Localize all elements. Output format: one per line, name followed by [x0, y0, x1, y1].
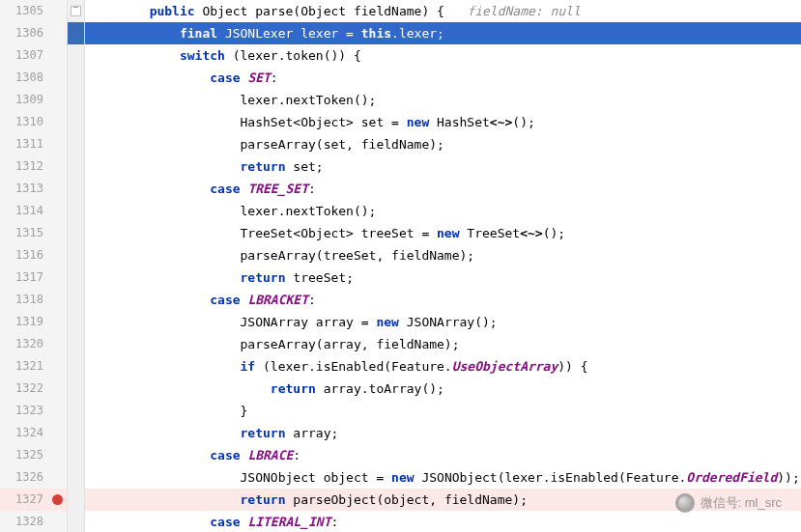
line-number[interactable]: 1326 — [0, 466, 67, 489]
fold-icon[interactable] — [68, 0, 84, 22]
line-number[interactable]: 1305 — [0, 0, 67, 22]
marker-cell — [68, 44, 84, 67]
code-line[interactable]: case LITERAL_INT: — [85, 511, 801, 532]
code-line[interactable]: public Object parse(Object fieldName) { … — [85, 0, 801, 22]
marker-column[interactable] — [68, 0, 85, 532]
code-line[interactable]: lexer.nextToken(); — [85, 200, 801, 222]
line-number[interactable]: 1327 — [0, 489, 67, 511]
code-line[interactable]: TreeSet<Object> treeSet = new TreeSet<~>… — [85, 222, 801, 244]
marker-cell — [68, 355, 84, 378]
marker-cell — [68, 178, 84, 200]
line-number[interactable]: 1316 — [0, 244, 67, 266]
code-line[interactable]: return set; — [85, 155, 801, 178]
code-line[interactable]: JSONObject object = new JSONObject(lexer… — [85, 466, 801, 489]
line-number[interactable]: 1311 — [0, 133, 67, 155]
watermark: 微信号: ml_src — [675, 493, 783, 513]
line-number[interactable]: 1313 — [0, 178, 67, 200]
code-line[interactable]: parseArray(set, fieldName); — [85, 133, 801, 155]
code-line[interactable]: return array; — [85, 422, 801, 444]
marker-cell — [68, 89, 84, 111]
code-line[interactable]: parseArray(treeSet, fieldName); — [85, 244, 801, 266]
marker-cell — [68, 133, 84, 155]
code-line[interactable]: case LBRACE: — [85, 444, 801, 466]
line-number[interactable]: 1310 — [0, 111, 67, 133]
code-line[interactable]: if (lexer.isEnabled(Feature.UseObjectArr… — [85, 355, 801, 378]
line-number[interactable]: 1314 — [0, 200, 67, 222]
marker-cell — [68, 289, 84, 311]
wechat-icon — [675, 493, 695, 513]
watermark-text: 微信号: ml_src — [701, 494, 783, 512]
marker-cell — [68, 444, 84, 466]
line-number[interactable]: 1324 — [0, 422, 67, 444]
code-line[interactable]: return treeSet; — [85, 266, 801, 289]
code-line[interactable]: case SET: — [85, 67, 801, 89]
line-number[interactable]: 1308 — [0, 67, 67, 89]
line-number[interactable]: 1328 — [0, 511, 67, 532]
line-number[interactable]: 1323 — [0, 400, 67, 422]
code-line[interactable]: final JSONLexer lexer = this.lexer; — [85, 22, 801, 44]
line-number[interactable]: 1325 — [0, 444, 67, 466]
marker-cell — [68, 266, 84, 289]
line-number[interactable]: 1312 — [0, 155, 67, 178]
code-line[interactable]: case LBRACKET: — [85, 289, 801, 311]
marker-cell — [68, 400, 84, 422]
code-line[interactable]: JSONArray array = new JSONArray(); — [85, 311, 801, 333]
line-number[interactable]: 1320 — [0, 333, 67, 355]
line-number[interactable]: 1307 — [0, 44, 67, 67]
line-number-gutter[interactable]: 1305130613071308130913101311131213131314… — [0, 0, 68, 532]
line-number[interactable]: 1322 — [0, 378, 67, 400]
marker-cell — [68, 200, 84, 222]
code-line[interactable]: parseArray(array, fieldName); — [85, 333, 801, 355]
code-editor[interactable]: 1305130613071308130913101311131213131314… — [0, 0, 801, 532]
code-line[interactable]: return array.toArray(); — [85, 378, 801, 400]
code-line[interactable]: switch (lexer.token()) { — [85, 44, 801, 67]
line-number[interactable]: 1321 — [0, 355, 67, 378]
code-line[interactable]: } — [85, 400, 801, 422]
line-number[interactable]: 1318 — [0, 289, 67, 311]
line-number[interactable]: 1315 — [0, 222, 67, 244]
code-line[interactable]: case TREE_SET: — [85, 178, 801, 200]
code-area[interactable]: public Object parse(Object fieldName) { … — [85, 0, 801, 532]
marker-cell — [68, 378, 84, 400]
code-line[interactable]: HashSet<Object> set = new HashSet<~>(); — [85, 111, 801, 133]
marker-cell — [68, 111, 84, 133]
marker-cell — [68, 222, 84, 244]
marker-cell — [68, 22, 84, 44]
marker-cell — [68, 155, 84, 178]
marker-cell — [68, 244, 84, 266]
marker-cell — [68, 511, 84, 532]
code-line[interactable]: lexer.nextToken(); — [85, 89, 801, 111]
line-number[interactable]: 1319 — [0, 311, 67, 333]
marker-cell — [68, 466, 84, 489]
line-number[interactable]: 1306 — [0, 22, 67, 44]
marker-cell — [68, 311, 84, 333]
line-number[interactable]: 1317 — [0, 266, 67, 289]
line-number[interactable]: 1309 — [0, 89, 67, 111]
marker-cell — [68, 67, 84, 89]
marker-cell — [68, 489, 84, 511]
marker-cell — [68, 422, 84, 444]
marker-cell — [68, 333, 84, 355]
